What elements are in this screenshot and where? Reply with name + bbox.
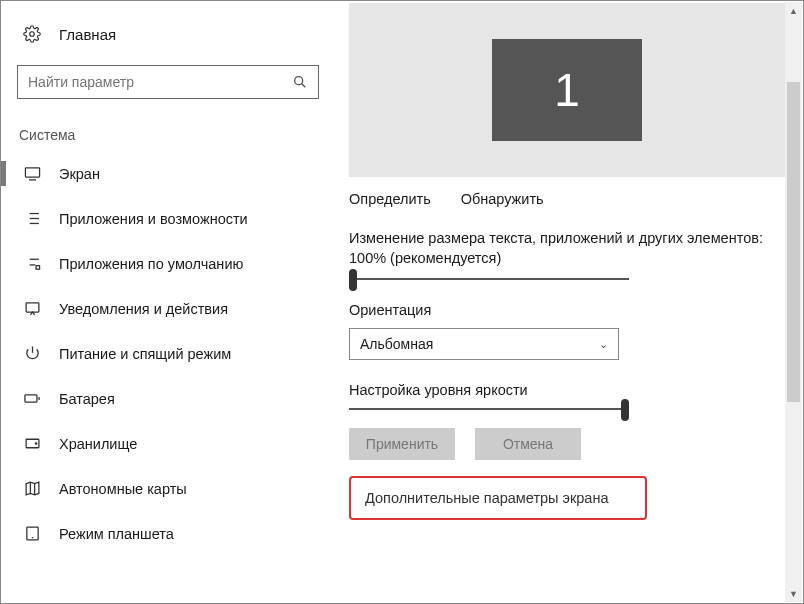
slider-thumb[interactable] (621, 399, 629, 421)
monitor-number: 1 (554, 63, 580, 117)
search-input[interactable] (28, 74, 292, 90)
sidebar-item-label: Приложения и возможности (59, 211, 248, 227)
sidebar-item-label: Питание и спящий режим (59, 346, 231, 362)
sidebar-item-battery[interactable]: Батарея (1, 376, 335, 421)
scrollbar[interactable]: ▲ ▼ (785, 2, 802, 602)
sidebar-item-label: Хранилище (59, 436, 137, 452)
scroll-thumb[interactable] (787, 82, 800, 402)
advanced-display-link[interactable]: Дополнительные параметры экрана (365, 490, 609, 506)
monitor-1[interactable]: 1 (492, 39, 642, 141)
svg-point-21 (35, 443, 36, 444)
sidebar-item-label: Экран (59, 166, 100, 182)
orientation-value: Альбомная (360, 336, 433, 352)
sidebar-item-display[interactable]: Экран (1, 151, 335, 196)
svg-point-0 (30, 32, 35, 37)
svg-marker-22 (26, 482, 39, 495)
sidebar-item-storage[interactable]: Хранилище (1, 421, 335, 466)
sidebar-item-label: Режим планшета (59, 526, 174, 542)
monitor-icon (23, 165, 41, 182)
sidebar-item-notifications[interactable]: Уведомления и действия (1, 286, 335, 331)
svg-rect-16 (26, 303, 39, 312)
battery-icon (23, 390, 41, 407)
identify-link[interactable]: Определить (349, 191, 431, 207)
svg-rect-15 (36, 266, 40, 270)
brightness-slider[interactable] (349, 408, 629, 410)
gear-icon (23, 25, 41, 43)
settings-window: Главная Система Экран Приложения и возмо… (0, 0, 804, 604)
svg-point-1 (295, 77, 303, 85)
brightness-label: Настройка уровня яркости (349, 382, 785, 398)
defaults-icon (23, 255, 41, 272)
storage-icon (23, 435, 41, 452)
power-icon (23, 345, 41, 362)
sidebar: Главная Система Экран Приложения и возмо… (1, 1, 335, 603)
sidebar-item-label: Уведомления и действия (59, 301, 228, 317)
slider-track (349, 278, 629, 280)
sidebar-item-label: Автономные карты (59, 481, 187, 497)
category-label: Система (1, 109, 335, 151)
scroll-down-icon[interactable]: ▼ (785, 585, 802, 602)
svg-rect-18 (25, 395, 37, 402)
list-icon (23, 210, 41, 227)
home-row[interactable]: Главная (1, 13, 335, 55)
sidebar-item-label: Приложения по умолчанию (59, 256, 243, 272)
chevron-down-icon: ⌄ (599, 338, 608, 351)
sidebar-item-default-apps[interactable]: Приложения по умолчанию (1, 241, 335, 286)
svg-line-2 (302, 84, 306, 88)
tablet-icon (23, 525, 41, 542)
advanced-display-link-highlight: Дополнительные параметры экрана (349, 476, 647, 520)
display-preview[interactable]: 1 (349, 3, 785, 177)
search-icon (292, 74, 308, 90)
sidebar-item-label: Батарея (59, 391, 115, 407)
slider-track (349, 408, 629, 410)
scroll-up-icon[interactable]: ▲ (785, 2, 802, 19)
scaling-slider[interactable] (349, 278, 629, 280)
notification-icon (23, 300, 41, 317)
search-box[interactable] (17, 65, 319, 99)
orientation-label: Ориентация (349, 302, 785, 318)
apply-button[interactable]: Применить (349, 428, 455, 460)
orientation-select[interactable]: Альбомная ⌄ (349, 328, 619, 360)
display-actions: Определить Обнаружить (349, 177, 785, 215)
scaling-label: Изменение размера текста, приложений и д… (349, 229, 785, 268)
detect-link[interactable]: Обнаружить (461, 191, 544, 207)
map-icon (23, 480, 41, 497)
buttons-row: Применить Отмена (349, 428, 785, 460)
slider-thumb[interactable] (349, 269, 357, 291)
sidebar-item-maps[interactable]: Автономные карты (1, 466, 335, 511)
sidebar-item-tablet[interactable]: Режим планшета (1, 511, 335, 556)
svg-rect-3 (25, 168, 39, 177)
sidebar-item-power[interactable]: Питание и спящий режим (1, 331, 335, 376)
cancel-button[interactable]: Отмена (475, 428, 581, 460)
home-label: Главная (59, 26, 116, 43)
main-content: 1 Определить Обнаружить Изменение размер… (335, 1, 803, 603)
sidebar-item-apps[interactable]: Приложения и возможности (1, 196, 335, 241)
